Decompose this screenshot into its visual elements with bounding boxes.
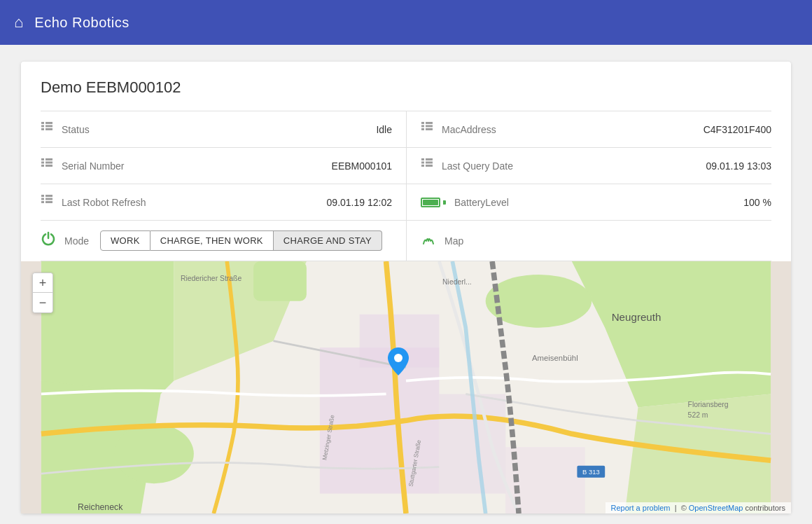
map-attribution: Report a problem | © OpenStreetMap contr… — [606, 502, 791, 513]
svg-text:Neugreuth: Neugreuth — [612, 311, 662, 323]
last-refresh-label: Last Robot Refresh — [62, 197, 327, 208]
svg-rect-2 — [41, 128, 44, 130]
svg-rect-36 — [253, 261, 307, 301]
battery-icon — [421, 198, 446, 207]
status-label: Status — [62, 124, 376, 135]
svg-rect-10 — [426, 125, 433, 127]
svg-point-37 — [114, 424, 194, 483]
svg-rect-9 — [426, 122, 433, 124]
svg-rect-12 — [41, 158, 44, 160]
last-query-row: Last Query Date 09.01.19 13:03 — [406, 148, 771, 184]
map-container[interactable]: B 312 K 6762 B 313 K 6715 L 210 Neugreut… — [21, 261, 791, 513]
grass-icon — [421, 231, 436, 250]
location-pin — [388, 347, 409, 378]
info-grid: Status Idle MacAddress C4F31201F400 — [41, 111, 771, 221]
last-refresh-row: Last Robot Refresh 09.01.19 12:02 — [41, 184, 406, 221]
last-query-icon — [421, 158, 433, 174]
status-row: Status Idle — [41, 111, 406, 148]
map-label: Map — [444, 235, 463, 247]
mode-work-button[interactable]: WORK — [100, 230, 150, 251]
svg-rect-26 — [41, 201, 44, 203]
mode-charge-then-work-button[interactable]: CHARGE, THEN WORK — [150, 230, 274, 251]
zoom-out-button[interactable]: − — [33, 293, 52, 312]
svg-text:B 313: B 313 — [582, 468, 600, 476]
bottom-row: Mode WORK CHARGE, THEN WORK CHARGE AND S… — [41, 221, 771, 261]
last-query-value: 09.01.19 13:03 — [706, 160, 771, 172]
svg-point-64 — [394, 354, 402, 362]
svg-rect-7 — [421, 125, 424, 127]
svg-rect-28 — [46, 198, 52, 200]
app-title: Echo Robotics — [34, 15, 129, 31]
mode-charge-and-stay-button[interactable]: CHARGE AND STAY — [274, 230, 382, 251]
device-title: Demo EEBM000102 — [41, 78, 771, 97]
svg-rect-1 — [41, 125, 44, 127]
battery-label: BatteryLevel — [454, 197, 743, 208]
svg-text:522 m: 522 m — [688, 411, 708, 419]
last-refresh-value: 09.01.19 12:02 — [327, 197, 392, 208]
svg-rect-11 — [426, 128, 433, 130]
status-value: Idle — [376, 124, 392, 135]
svg-rect-4 — [46, 125, 52, 127]
svg-rect-8 — [421, 128, 424, 130]
svg-rect-29 — [46, 201, 52, 203]
serial-icon — [41, 158, 53, 174]
svg-rect-0 — [41, 122, 44, 124]
svg-rect-25 — [41, 198, 44, 200]
zoom-in-button[interactable]: + — [33, 273, 52, 293]
mac-label: MacAddress — [442, 124, 704, 135]
map-zoom-controls[interactable]: + − — [32, 273, 53, 313]
power-icon — [41, 231, 56, 251]
device-card: Demo EEBM000102 Status Idle — [21, 62, 791, 513]
osm-link[interactable]: OpenStreetMap — [689, 504, 743, 512]
svg-rect-14 — [41, 165, 44, 167]
home-icon[interactable]: ⌂ — [14, 13, 23, 32]
svg-text:Niederl...: Niederl... — [442, 278, 472, 286]
svg-rect-3 — [46, 122, 52, 124]
svg-rect-19 — [421, 162, 424, 164]
mode-label: Mode — [64, 235, 89, 247]
serial-label: Serial Number — [62, 160, 332, 172]
svg-rect-13 — [41, 162, 44, 164]
svg-rect-17 — [46, 165, 52, 167]
svg-text:Riedericher Straße: Riedericher Straße — [181, 275, 242, 282]
svg-rect-24 — [41, 195, 44, 197]
report-problem-link[interactable]: Report a problem — [611, 504, 671, 512]
mode-buttons: WORK CHARGE, THEN WORK CHARGE AND STAY — [100, 230, 382, 251]
main-content: Demo EEBM000102 Status Idle — [0, 45, 812, 524]
mac-value: C4F31201F400 — [704, 124, 771, 135]
svg-rect-18 — [421, 158, 424, 160]
mac-row: MacAddress C4F31201F400 — [406, 111, 771, 148]
svg-rect-27 — [46, 195, 52, 197]
battery-row: BatteryLevel 100 % — [406, 184, 771, 221]
svg-rect-20 — [421, 165, 424, 167]
svg-text:Reicheneck: Reicheneck — [78, 502, 123, 512]
map-section-label: Map — [406, 221, 771, 261]
svg-rect-5 — [46, 128, 52, 130]
svg-text:Ameisenbühl: Ameisenbühl — [532, 354, 578, 362]
app-header: ⌂ Echo Robotics — [0, 0, 812, 45]
serial-value: EEBM000101 — [332, 160, 392, 172]
battery-value: 100 % — [743, 197, 771, 208]
svg-rect-22 — [426, 162, 433, 164]
status-icon — [41, 121, 53, 137]
svg-rect-16 — [46, 162, 52, 164]
osm-copyright: © — [681, 504, 689, 512]
svg-rect-23 — [426, 165, 433, 167]
svg-rect-15 — [46, 158, 52, 160]
serial-row: Serial Number EEBM000101 — [41, 148, 406, 184]
svg-text:Floriansberg: Floriansberg — [688, 401, 729, 408]
svg-rect-6 — [421, 122, 424, 124]
mode-section: Mode WORK CHARGE, THEN WORK CHARGE AND S… — [41, 221, 406, 261]
svg-rect-21 — [426, 158, 433, 160]
mac-icon — [421, 121, 433, 137]
map-svg: B 312 K 6762 B 313 K 6715 L 210 Neugreut… — [21, 261, 791, 513]
last-refresh-icon — [41, 194, 53, 210]
last-query-label: Last Query Date — [442, 160, 706, 172]
osm-contributors: contributors — [746, 504, 785, 512]
